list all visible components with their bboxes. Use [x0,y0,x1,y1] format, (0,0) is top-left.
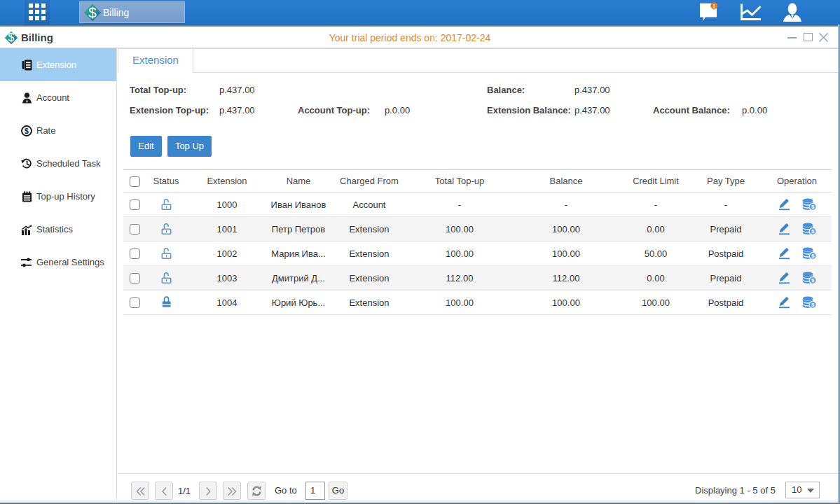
svg-text:$: $ [88,4,97,20]
svg-text:$: $ [811,253,814,259]
svg-text:$: $ [811,302,814,308]
svg-text:$: $ [811,277,814,284]
svg-text:$: $ [811,228,814,234]
svg-text:$: $ [25,127,29,135]
svg-text:!: ! [713,3,715,10]
svg-text:$: $ [811,204,814,210]
